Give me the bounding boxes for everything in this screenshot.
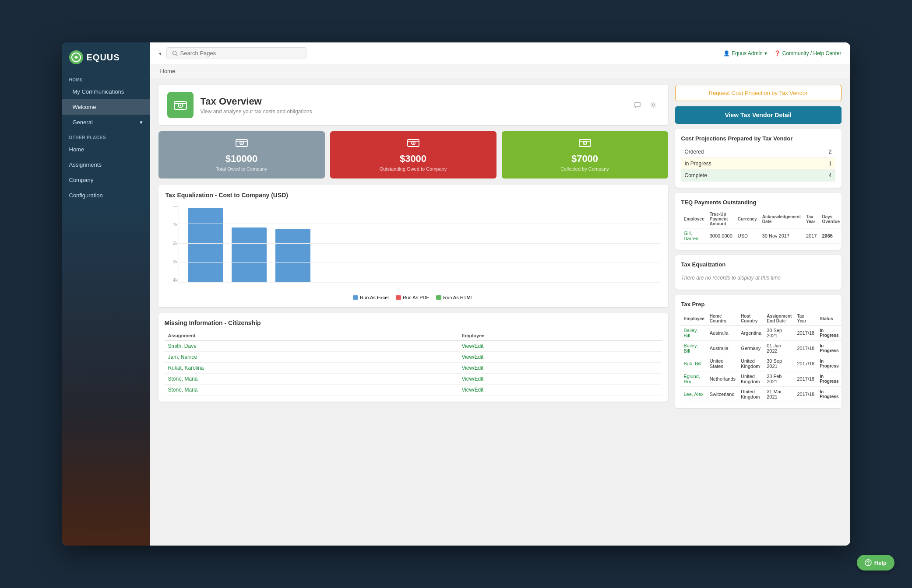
teq-payments-table: Employee True-Up Payment Amount Currency… xyxy=(681,210,843,244)
cost-proj-label: Complete xyxy=(681,170,800,182)
missing-info-section: Missing Information - Citizenship Assign… xyxy=(158,313,668,402)
prep-employee-link[interactable]: Eglund, Rui xyxy=(684,374,700,384)
employee-link[interactable]: View/Edit xyxy=(461,354,483,360)
sidebar-item-configuration[interactable]: Configuration xyxy=(62,188,150,203)
cost-proj-value: 1 xyxy=(800,158,835,170)
teq-amount: 3000.0000 xyxy=(707,228,735,244)
prep-end-date: 31 Mar 2021 xyxy=(764,387,794,402)
assignment-link[interactable]: Rukat, Karolina xyxy=(168,365,204,371)
sidebar-background xyxy=(62,203,150,546)
prep-home: Switzerland xyxy=(707,387,738,402)
chat-icon-btn[interactable] xyxy=(631,99,644,111)
svg-point-7 xyxy=(652,104,654,106)
breadcrumb-home[interactable]: Home xyxy=(160,68,176,74)
legend-html[interactable]: Run As HTML xyxy=(436,295,473,300)
sidebar-item-configuration-label: Configuration xyxy=(69,192,103,199)
topbar-help-label: Community / Help Center xyxy=(782,50,842,56)
prep-employee-link[interactable]: Bob, Bill xyxy=(684,361,701,366)
prep-employee: Bailey, Bill xyxy=(681,326,707,341)
sidebar-item-assignments-label: Assignments xyxy=(69,161,102,168)
logo-text: EQUUS xyxy=(87,52,120,63)
topbar-help[interactable]: ❓ Community / Help Center xyxy=(774,50,842,56)
request-cost-projection-button[interactable]: Request Cost Projection by Tax Vendor xyxy=(675,85,842,101)
legend-excel-dot xyxy=(353,295,358,300)
employee-link[interactable]: View/Edit xyxy=(461,343,483,349)
y-label-4k: 4k xyxy=(165,278,178,283)
sidebar-item-company[interactable]: Company xyxy=(62,172,150,188)
chevron-down-icon: ▾ xyxy=(140,119,143,126)
y-label-dash: — xyxy=(165,204,178,209)
prep-employee-link[interactable]: Bailey, Bill xyxy=(684,343,698,354)
sidebar-section1-label: HOME xyxy=(62,72,150,84)
legend-pdf[interactable]: Run As PDF xyxy=(396,295,430,300)
search-input[interactable] xyxy=(180,50,301,56)
prep-col-employee: Employee xyxy=(681,312,707,326)
legend-excel[interactable]: Run As Excel xyxy=(353,295,388,300)
prep-status: In Progress xyxy=(817,326,841,341)
total-label: Total Owed to Company xyxy=(216,166,267,172)
assignment-link[interactable]: Jam, Nanice xyxy=(168,354,197,360)
sidebar-item-my-communications[interactable]: My Communications xyxy=(62,84,150,99)
teq-employee-link[interactable]: Gill, Darren xyxy=(684,231,699,241)
prep-status: In Progress xyxy=(817,356,841,371)
prep-col-home: Home Country xyxy=(707,312,738,326)
prep-employee-link[interactable]: Bailey, Bill xyxy=(684,328,698,338)
sidebar-item-general-label: General xyxy=(73,119,93,126)
total-amount: $10000 xyxy=(225,153,257,164)
assignment-link[interactable]: Smith, Dave xyxy=(168,343,197,349)
topbar-user[interactable]: 👤 Equus Admin ▾ xyxy=(723,50,767,56)
topbar-user-label: Equus Admin xyxy=(732,50,763,56)
prep-col-end: Assignment End Date xyxy=(764,312,794,326)
cost-proj-label: Ordered xyxy=(681,146,800,158)
assignment-link[interactable]: Stone, Maria xyxy=(168,376,198,382)
prep-tax-year: 2017/18 xyxy=(794,341,817,356)
chart-bar-3 xyxy=(275,229,310,282)
sidebar-item-my-communications-label: My Communications xyxy=(73,88,124,95)
sidebar-item-assignments[interactable]: Assignments xyxy=(62,157,150,172)
help-button[interactable]: Help xyxy=(857,555,894,570)
missing-assignment: Jam, Nanice xyxy=(165,352,458,363)
employee-link[interactable]: View/Edit xyxy=(461,387,483,393)
missing-assignment: Stone, Maria xyxy=(165,385,458,396)
chart-y-axis: 4k 3k 2k 1k — xyxy=(165,204,178,283)
teq-currency: USD xyxy=(735,228,760,244)
prep-host: United Kingdom xyxy=(738,387,764,402)
missing-assignment: Smith, Dave xyxy=(165,341,458,352)
svg-point-18 xyxy=(584,143,585,144)
logo-icon xyxy=(69,50,83,64)
prep-home: United States xyxy=(707,356,738,371)
employee-link[interactable]: View/Edit xyxy=(461,376,483,382)
search-icon xyxy=(172,50,178,56)
sidebar-item-welcome[interactable]: Welcome xyxy=(62,99,150,115)
prep-end-date: 30 Sep 2021 xyxy=(764,326,794,341)
employee-link[interactable]: View/Edit xyxy=(461,365,483,371)
missing-employee: View/Edit xyxy=(458,352,662,363)
settings-icon-btn[interactable] xyxy=(647,99,659,111)
sidebar-item-general[interactable]: General ▾ xyxy=(62,115,150,130)
cost-proj-row: Complete 4 xyxy=(681,170,835,182)
view-tax-vendor-button[interactable]: View Tax Vendor Detail xyxy=(675,106,842,124)
svg-point-21 xyxy=(868,564,869,565)
prep-tax-year: 2017/18 xyxy=(794,326,817,341)
chart-bars xyxy=(179,204,661,283)
search-bar[interactable] xyxy=(166,47,306,59)
collected-card-icon xyxy=(579,138,591,150)
prep-employee-link[interactable]: Lee, Alex xyxy=(684,392,704,397)
teq-tax-year: 2017 xyxy=(803,228,819,244)
tax-prep-row: Bob, Bill United States United Kingdom 3… xyxy=(681,356,842,371)
prep-tax-year: 2017/18 xyxy=(794,371,817,387)
prep-col-status: Status xyxy=(817,312,841,326)
left-column: Tax Overview View and analyse your tax c… xyxy=(158,85,668,539)
page-subtitle: View and analyse your tax costs and obli… xyxy=(201,108,312,115)
y-label-3k: 3k xyxy=(165,259,178,264)
assignment-link[interactable]: Stone, Maria xyxy=(168,387,198,393)
tax-prep-title: Tax Prep xyxy=(681,301,835,308)
sidebar-item-home[interactable]: Home xyxy=(62,142,150,157)
sidebar-section2-label: OTHER PLACES xyxy=(62,130,150,142)
tax-prep-row: Bailey, Bill Australia Germany 01 Jan 20… xyxy=(681,341,842,356)
teq-col-employee: Employee xyxy=(681,210,707,228)
prep-tax-year: 2017/18 xyxy=(794,387,817,402)
tax-prep-row: Eglund, Rui Netherlands United Kingdom 2… xyxy=(681,371,842,387)
tax-equalization-no-records: There are no records to display at this … xyxy=(681,272,835,284)
prep-home: Australia xyxy=(707,341,738,356)
